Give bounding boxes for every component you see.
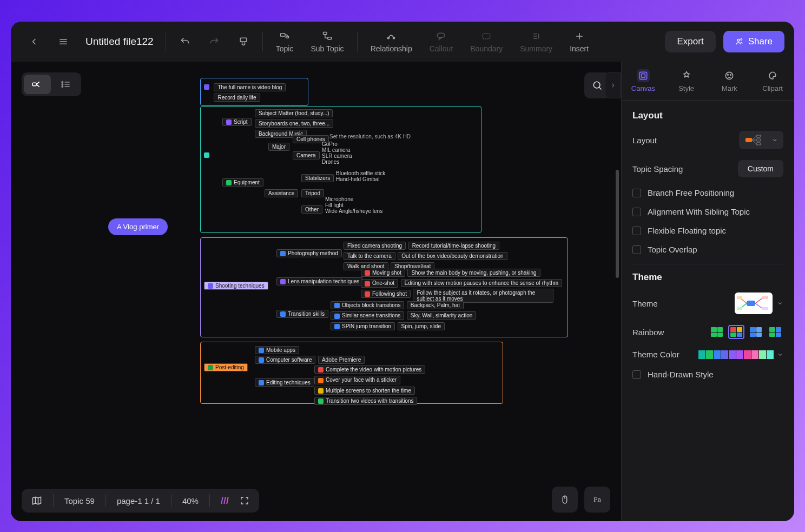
- mouse-mode-button[interactable]: [552, 487, 578, 513]
- callout-button[interactable]: Callout: [422, 27, 461, 56]
- node[interactable]: Transition two videos with transitions: [314, 397, 417, 405]
- node[interactable]: Equipment: [222, 178, 263, 187]
- node[interactable]: Following shot: [361, 290, 411, 298]
- group-intro[interactable]: The full name is video blog Record daily…: [200, 78, 308, 106]
- undo-button[interactable]: [171, 32, 199, 51]
- node[interactable]: Moving shot: [361, 269, 405, 277]
- share-button[interactable]: Share: [723, 31, 784, 52]
- node[interactable]: Photography method: [276, 249, 342, 257]
- redo-button[interactable]: [201, 32, 228, 51]
- color-strip[interactable]: [698, 350, 774, 359]
- node[interactable]: Tripod: [301, 189, 324, 197]
- node[interactable]: Other: [301, 205, 322, 214]
- check-label: Flexible Floating topic: [648, 226, 726, 235]
- tab-canvas[interactable]: Canvas: [622, 62, 665, 100]
- check-floating[interactable]: [632, 227, 641, 235]
- palette-opt-3[interactable]: [748, 325, 764, 339]
- subtopic-button[interactable]: Sub Topic: [303, 27, 351, 56]
- node[interactable]: Lens manipulation techniques: [276, 277, 363, 285]
- node[interactable]: Computer software: [255, 356, 315, 364]
- spacing-button[interactable]: Custom: [738, 160, 783, 177]
- boundary-button[interactable]: Boundary: [463, 27, 510, 56]
- collapse-panel-button[interactable]: [605, 72, 621, 98]
- node[interactable]: Editing with slow motion pauses to enhan…: [401, 279, 563, 287]
- brand-icon[interactable]: ///: [221, 495, 229, 507]
- node[interactable]: Adobe Premiere: [318, 356, 365, 364]
- node[interactable]: Script: [222, 118, 252, 126]
- check-free-positioning[interactable]: [632, 189, 641, 197]
- root-node[interactable]: A Vlog primer: [108, 218, 168, 235]
- canvas-area[interactable]: A Vlog primer The full name is video blo…: [11, 62, 621, 521]
- node[interactable]: Post-editing: [204, 363, 248, 371]
- leaf[interactable]: MIL camera: [322, 147, 352, 153]
- fullscreen-button[interactable]: [240, 496, 249, 506]
- fn-button[interactable]: Fn: [584, 487, 610, 513]
- node[interactable]: Spin, jump, slide: [398, 322, 445, 330]
- relationship-button[interactable]: Relationship: [363, 27, 420, 56]
- node[interactable]: Complete the video with motion pictures: [314, 365, 425, 374]
- node[interactable]: Record tutorial/time-lapse shooting: [408, 242, 500, 250]
- node[interactable]: Record daily life: [214, 94, 260, 102]
- page-indicator[interactable]: page-1 1 / 1: [117, 496, 160, 506]
- node[interactable]: Fixed camera shooting: [344, 242, 406, 250]
- leaf[interactable]: GoPro: [322, 141, 352, 147]
- leaf[interactable]: SLR camera: [322, 153, 352, 159]
- node[interactable]: Mobile apps: [255, 346, 299, 354]
- leaf[interactable]: Drones: [322, 159, 352, 165]
- check-handdrawn[interactable]: [632, 370, 641, 379]
- leaf[interactable]: Microphone: [325, 196, 382, 202]
- format-button[interactable]: [230, 32, 257, 51]
- check-alignment[interactable]: [632, 208, 641, 216]
- tab-style[interactable]: Style: [665, 62, 708, 100]
- node[interactable]: Editing techniques: [255, 378, 314, 387]
- node[interactable]: Stabilizers: [301, 174, 334, 182]
- tab-mark[interactable]: Mark: [708, 62, 751, 100]
- node[interactable]: Subject Matter (food, study...): [255, 109, 333, 117]
- insert-button[interactable]: Insert: [562, 27, 596, 56]
- back-button[interactable]: [21, 32, 48, 51]
- leaf[interactable]: Wide Angle/fisheye lens: [325, 208, 382, 214]
- group-prep[interactable]: Script Subject Matter (food, study...) S…: [200, 106, 481, 233]
- group-shooting[interactable]: Shooting techniques Photography method F…: [200, 237, 568, 337]
- group-editing[interactable]: Post-editing Mobile apps Computer softwa…: [200, 342, 503, 404]
- check-overlap[interactable]: [632, 245, 641, 254]
- leaf[interactable]: Hand-held Gimbal: [336, 176, 385, 182]
- divider: [166, 32, 166, 51]
- topic-button[interactable]: Topic: [268, 27, 301, 56]
- node[interactable]: Out of the box video/beauty demonstratio…: [398, 252, 507, 260]
- mindmap-view-button[interactable]: [24, 75, 51, 94]
- node[interactable]: Cover your face with a sticker: [314, 376, 400, 384]
- menu-button[interactable]: [50, 32, 77, 51]
- export-button[interactable]: Export: [665, 31, 715, 52]
- node[interactable]: Shooting techniques: [204, 282, 268, 290]
- scrollbar[interactable]: [616, 170, 619, 278]
- layout-picker[interactable]: [739, 131, 783, 149]
- node[interactable]: SPIN jump transition: [331, 322, 395, 330]
- summary-button[interactable]: Summary: [512, 27, 560, 56]
- palette-opt-2[interactable]: [728, 325, 744, 339]
- node[interactable]: Talk to the camera: [344, 252, 395, 260]
- outline-view-button[interactable]: [53, 75, 79, 94]
- palette-opt-4[interactable]: [767, 325, 783, 339]
- node[interactable]: Objects block transitions: [331, 301, 404, 309]
- palette-opt-1[interactable]: [709, 325, 725, 339]
- node[interactable]: Show the main body by moving, pushing, o…: [407, 269, 540, 277]
- node[interactable]: Assistance: [265, 189, 298, 197]
- file-title[interactable]: Untitled file122: [85, 36, 154, 48]
- node[interactable]: Camera: [293, 151, 320, 159]
- node[interactable]: Storyboards one, two, three...: [255, 119, 333, 128]
- node[interactable]: Transition skills: [276, 310, 328, 318]
- map-icon[interactable]: [31, 495, 42, 506]
- node[interactable]: The full name is video blog: [214, 83, 286, 91]
- leaf[interactable]: Fill light: [325, 202, 382, 208]
- node[interactable]: One-shot: [361, 279, 398, 287]
- node[interactable]: Major: [268, 143, 289, 151]
- theme-preview[interactable]: [735, 292, 773, 314]
- node[interactable]: Backpack, Palm, hat: [407, 301, 464, 309]
- tab-clipart[interactable]: Clipart: [751, 62, 794, 100]
- node[interactable]: Similar scene transitions: [331, 311, 404, 320]
- leaf[interactable]: Bluetooth selfie stick: [336, 170, 385, 176]
- node[interactable]: Sky, Wall, similarity action: [407, 311, 476, 320]
- node[interactable]: Multiple screens to shorten the time: [314, 387, 415, 395]
- zoom-level[interactable]: 40%: [182, 496, 199, 506]
